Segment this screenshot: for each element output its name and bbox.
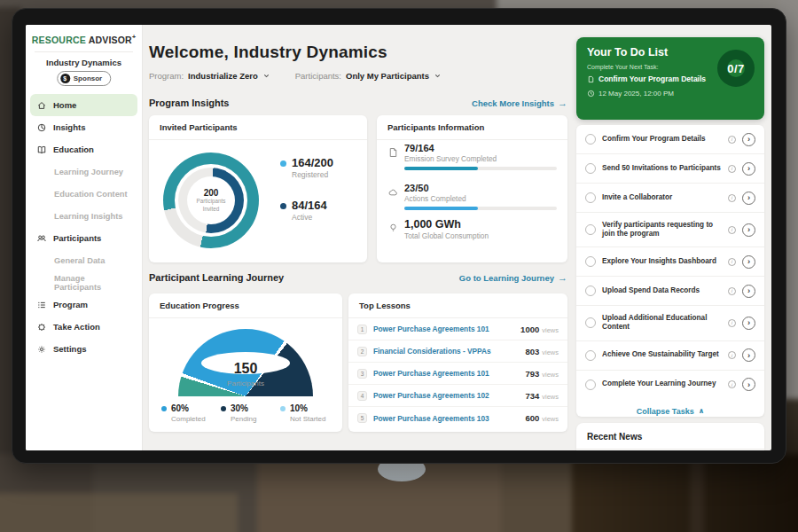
lesson-rank: 3 [357, 369, 367, 379]
lesson-title-link[interactable]: Power Purchase Agreements 101 [373, 325, 514, 333]
photo-stage: RESOURCE ADVISOR+ Industry Dynamics $ Sp… [0, 0, 798, 532]
participants-select[interactable]: Participants: Only My Participants [295, 71, 442, 81]
chevron-right-button[interactable]: › [742, 223, 755, 237]
legend-dot-completed [161, 406, 167, 411]
lesson-title-link[interactable]: Power Purchase Agreements 102 [373, 391, 519, 400]
chevron-right-button[interactable]: › [742, 378, 755, 391]
lesson-row[interactable]: 5 Power Purchase Agreements 103 600views [348, 407, 567, 429]
todo-item-explore-insights[interactable]: Explore Your Insights Dashboard i › [576, 247, 764, 277]
legend-value: 60% [171, 403, 189, 413]
home-icon [36, 100, 47, 111]
legend-dot-not-started [280, 406, 286, 411]
lesson-row[interactable]: 1 Power Purchase Agreements 101 1000view… [348, 318, 567, 340]
lesson-row[interactable]: 4 Power Purchase Agreements 102 734views [348, 385, 567, 407]
info-icon[interactable]: i [728, 258, 736, 266]
info-icon[interactable]: i [728, 194, 736, 202]
lesson-row[interactable]: 3 Power Purchase Agreements 101 793views [348, 363, 567, 385]
chevron-right-button[interactable]: › [742, 162, 755, 176]
views-suffix: views [542, 371, 559, 379]
sidebar-item-learning-journey[interactable]: Learning Journey [30, 160, 137, 183]
todo-item-verify-participants[interactable]: Verify participants requesting to join t… [576, 213, 764, 247]
lesson-views: 734 [525, 391, 539, 401]
todo-item-send-invitations[interactable]: Send 50 Invitations to Participants i › [576, 154, 764, 184]
sidebar-item-label: Education [53, 145, 94, 154]
sidebar-item-label: Take Action [53, 322, 100, 332]
todo-item-confirm-program[interactable]: Confirm Your Program Details i › [576, 125, 764, 154]
lesson-views: 600 [525, 413, 539, 423]
checkbox[interactable] [585, 192, 596, 203]
dashboard-screen: RESOURCE ADVISOR+ Industry Dynamics $ Sp… [26, 25, 771, 450]
sidebar-item-manage-participants[interactable]: Manage Participants [30, 271, 137, 293]
lesson-title-link[interactable]: Power Purchase Agreements 103 [373, 414, 519, 423]
sidebar-item-education[interactable]: Education [30, 138, 137, 160]
checkbox[interactable] [585, 134, 596, 145]
lesson-title-link[interactable]: Power Purchase Agreements 101 [373, 369, 519, 378]
learning-journey-section-header: Participant Learning Journey Go to Learn… [149, 272, 567, 283]
info-icon[interactable]: i [728, 319, 736, 327]
chevron-right-button[interactable]: › [742, 317, 755, 330]
program-select[interactable]: Program: Industrialize Zero [149, 71, 270, 81]
sidebar-item-program[interactable]: Program [30, 293, 137, 316]
checkbox[interactable] [585, 317, 596, 328]
collapse-tasks-link[interactable]: Collapse Tasks ∧ [576, 399, 764, 424]
info-icon[interactable]: i [728, 287, 736, 295]
people-icon [36, 233, 47, 244]
invited-participants-card: Invited Participants 200 Participants In… [149, 115, 367, 262]
lesson-views: 1000 [520, 325, 539, 334]
todo-progress-ring: 0/7 [717, 50, 755, 87]
info-icon[interactable]: i [728, 380, 736, 388]
actions-label: Actions Completed [404, 194, 466, 203]
participants-select-label: Participants: [295, 71, 341, 81]
info-icon[interactable]: i [728, 351, 736, 359]
chevron-right-button[interactable]: › [742, 192, 755, 205]
gauge-center-value: 150 [178, 361, 313, 377]
lesson-views: 803 [525, 347, 539, 356]
lesson-views: 793 [525, 369, 539, 379]
info-icon[interactable]: i [728, 165, 736, 173]
todo-item-complete-learning-journey[interactable]: Complete Your Learning Journey i › [576, 371, 764, 399]
participants-select-value: Only My Participants [346, 71, 429, 81]
chevron-right-button[interactable]: › [742, 348, 755, 362]
sidebar-item-settings[interactable]: Settings [30, 338, 137, 360]
check-more-insights-link[interactable]: Check More Insights → [472, 98, 567, 108]
survey-value: 79/164 [404, 143, 434, 153]
todo-summary-card: Your To Do List Complete Your Next Task:… [576, 37, 764, 120]
checkbox[interactable] [585, 256, 596, 267]
info-icon[interactable]: i [728, 136, 736, 144]
lesson-title-link[interactable]: Financial Considerations - VPPAs [373, 347, 519, 356]
legend-value: 164/200 [292, 156, 333, 169]
legend-dot-active [280, 203, 286, 209]
todo-progress-value: 0/7 [727, 62, 745, 75]
info-icon[interactable]: i [728, 226, 736, 234]
legend-label: Pending [231, 415, 280, 423]
todo-item-upload-educational-content[interactable]: Upload Additional Educational Content i … [576, 306, 764, 340]
sidebar-item-general-data[interactable]: General Data [30, 249, 137, 271]
sidebar-item-learning-insights[interactable]: Learning Insights [30, 205, 137, 227]
todo-item-label: Confirm Your Program Details [602, 135, 722, 145]
checkbox[interactable] [585, 350, 596, 361]
brand-part2: ADVISOR [89, 35, 132, 45]
todo-item-upload-spend-data[interactable]: Upload Spend Data Records i › [576, 277, 764, 306]
chevron-right-button[interactable]: › [742, 255, 755, 269]
lesson-rank: 1 [357, 325, 367, 334]
sidebar-item-take-action[interactable]: Take Action [30, 316, 137, 338]
views-suffix: views [542, 393, 559, 401]
go-to-learning-journey-link[interactable]: Go to Learning Journey → [459, 273, 567, 283]
sidebar-item-education-content[interactable]: Education Content [30, 183, 137, 205]
checkbox[interactable] [585, 286, 596, 296]
todo-item-invite-collaborator[interactable]: Invite a Collaborator i › [576, 184, 764, 213]
sidebar-item-insights[interactable]: Insights [30, 116, 137, 138]
checkbox[interactable] [585, 224, 596, 235]
legend-dot-pending [221, 406, 226, 411]
collapse-tasks-label: Collapse Tasks [637, 407, 694, 416]
sidebar-item-participants[interactable]: Participants [30, 227, 137, 249]
checkbox[interactable] [585, 379, 596, 390]
dollar-icon: $ [60, 74, 70, 83]
chevron-right-button[interactable]: › [742, 133, 755, 146]
todo-item-achieve-target[interactable]: Achieve One Sustainability Target i › [576, 341, 764, 371]
chevron-right-button[interactable]: › [742, 285, 755, 298]
legend-not-started: 10% Not Started [280, 403, 340, 423]
checkbox[interactable] [585, 163, 596, 174]
lesson-row[interactable]: 2 Financial Considerations - VPPAs 803vi… [348, 340, 567, 363]
sidebar-item-home[interactable]: Home [30, 94, 137, 116]
